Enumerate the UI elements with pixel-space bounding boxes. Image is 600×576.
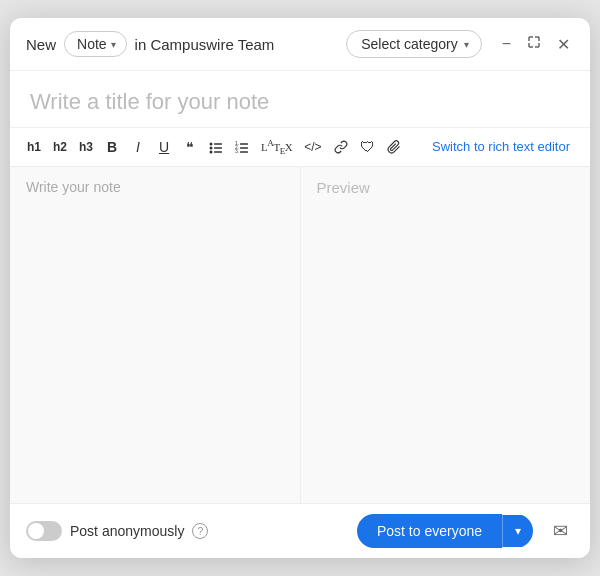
italic-button[interactable]: I — [126, 135, 150, 159]
mail-icon: ✉ — [553, 521, 568, 541]
svg-rect-7 — [240, 143, 248, 145]
h3-button[interactable]: h3 — [74, 136, 98, 158]
close-icon: ✕ — [557, 35, 570, 54]
attach-button[interactable] — [382, 136, 406, 158]
select-category-chevron-icon: ▾ — [464, 39, 469, 50]
in-label: in Campuswire Team — [135, 36, 275, 53]
preview-label: Preview — [317, 179, 370, 196]
bold-button[interactable]: B — [100, 135, 124, 159]
title-input[interactable] — [30, 89, 570, 115]
svg-rect-5 — [214, 151, 222, 153]
help-icon[interactable]: ? — [192, 523, 208, 539]
minimize-button[interactable]: − — [498, 33, 515, 55]
latex-label: LATEX — [261, 138, 292, 156]
note-type-label: Note — [77, 36, 107, 52]
anonymous-toggle[interactable] — [26, 521, 62, 541]
editor-toolbar: h1 h2 h3 B I U ❝ 1. 2. 3. — [10, 128, 590, 167]
svg-point-0 — [210, 142, 213, 145]
modal-header: New Note ▾ in Campuswire Team Select cat… — [10, 18, 590, 71]
expand-button[interactable] — [523, 33, 545, 55]
ordered-list-button[interactable]: 1. 2. 3. — [230, 136, 254, 158]
link-button[interactable] — [329, 136, 353, 158]
svg-point-4 — [210, 150, 213, 153]
note-type-dropdown[interactable]: Note ▾ — [64, 31, 127, 57]
select-category-button[interactable]: Select category ▾ — [346, 30, 482, 58]
svg-point-2 — [210, 146, 213, 149]
latex-button[interactable]: LATEX — [256, 134, 297, 160]
expand-icon — [527, 35, 541, 53]
underline-button[interactable]: U — [152, 135, 176, 159]
post-anonymous-label: Post anonymously — [70, 523, 184, 539]
post-button[interactable]: Post to everyone — [357, 514, 502, 548]
modal-footer: Post anonymously ? Post to everyone ▾ ✉ — [10, 503, 590, 558]
editor-pane — [10, 167, 301, 503]
header-actions: − ✕ — [498, 33, 574, 56]
switch-editor-button[interactable]: Switch to rich text editor — [424, 135, 578, 158]
mail-button[interactable]: ✉ — [547, 516, 574, 546]
quote-button[interactable]: ❝ — [178, 135, 202, 159]
bullet-list-button[interactable] — [204, 136, 228, 158]
h2-button[interactable]: h2 — [48, 136, 72, 158]
svg-rect-1 — [214, 143, 222, 145]
preview-pane: Preview — [301, 167, 591, 503]
post-chevron-icon: ▾ — [515, 524, 521, 538]
new-label: New — [26, 36, 56, 53]
svg-rect-9 — [240, 147, 248, 149]
h1-button[interactable]: h1 — [22, 136, 46, 158]
shield-button[interactable]: 🛡 — [355, 134, 380, 159]
svg-rect-3 — [214, 147, 222, 149]
svg-text:3.: 3. — [235, 148, 239, 154]
note-textarea[interactable] — [26, 179, 284, 491]
post-chevron-button[interactable]: ▾ — [502, 515, 533, 547]
note-type-chevron-icon: ▾ — [111, 39, 116, 50]
code-button[interactable]: </> — [299, 136, 326, 158]
post-button-group: Post to everyone ▾ — [357, 514, 533, 548]
select-category-label: Select category — [361, 36, 458, 52]
minimize-icon: − — [502, 35, 511, 53]
close-button[interactable]: ✕ — [553, 33, 574, 56]
title-area — [10, 71, 590, 128]
compose-modal: New Note ▾ in Campuswire Team Select cat… — [10, 18, 590, 558]
svg-rect-11 — [240, 151, 248, 153]
editor-area: Preview — [10, 167, 590, 503]
